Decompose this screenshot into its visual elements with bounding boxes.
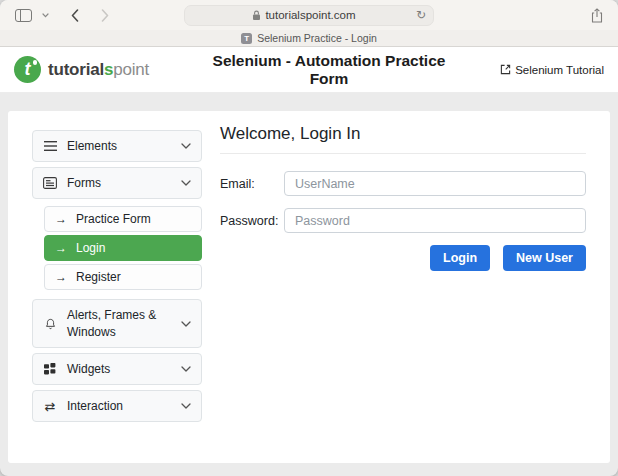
forms-icon — [43, 177, 57, 189]
active-tab[interactable]: T Selenium Practice - Login — [241, 32, 377, 44]
page-title: Selenium - Automation Practice Form — [204, 52, 454, 88]
tab-overview-chevron-button[interactable] — [39, 10, 52, 21]
browser-toolbar: tutorialspoint.com ↻ — [0, 0, 618, 30]
chevron-down-icon — [181, 180, 191, 186]
submenu-item-label: Practice Form — [76, 212, 151, 226]
sidebar: Elements Forms → Practice Form — [32, 130, 202, 463]
submenu-item-login[interactable]: → Login — [44, 235, 202, 261]
new-user-button[interactable]: New User — [503, 245, 586, 271]
sidebar-item-label: Interaction — [67, 398, 171, 414]
selenium-tutorial-link-label: Selenium Tutorial — [515, 64, 604, 76]
login-button[interactable]: Login — [430, 245, 490, 271]
welcome-heading: Welcome, Login In — [220, 124, 586, 144]
chevron-down-icon — [42, 13, 49, 18]
logo-mark-icon: t — [14, 56, 41, 83]
site-header: t tutorialspoint Selenium - Automation P… — [0, 47, 618, 93]
toolbar-right-group — [486, 5, 606, 26]
email-row: Email: — [220, 171, 586, 196]
tab-favicon: T — [241, 33, 252, 44]
reload-button[interactable]: ↻ — [416, 9, 426, 21]
url-text: tutorialspoint.com — [265, 9, 355, 21]
sidebar-toggle-button[interactable] — [12, 6, 35, 25]
toolbar-left-group — [12, 6, 132, 25]
email-label: Email: — [220, 177, 284, 191]
selenium-tutorial-link[interactable]: Selenium Tutorial — [454, 64, 604, 76]
sidebar-item-label: Alerts, Frames & Windows — [67, 307, 171, 339]
sidebar-item-label: Forms — [67, 175, 171, 191]
widgets-icon — [43, 363, 57, 375]
forward-chevron-icon — [101, 9, 109, 22]
tab-bar: T Selenium Practice - Login — [0, 30, 618, 47]
heading-divider — [220, 153, 586, 154]
external-link-icon — [500, 64, 511, 75]
arrow-right-icon: → — [55, 242, 67, 254]
sidebar-toggle-icon — [15, 9, 32, 22]
form-buttons: Login New User — [220, 245, 586, 271]
password-field[interactable] — [284, 208, 586, 233]
sidebar-item-alerts-frames-windows[interactable]: Alerts, Frames & Windows — [32, 299, 202, 347]
chevron-down-icon — [181, 366, 191, 372]
chevron-down-icon — [181, 143, 191, 149]
share-icon — [591, 8, 603, 23]
chevron-down-icon — [181, 321, 191, 327]
tutorialspoint-logo[interactable]: t tutorialspoint — [14, 56, 204, 83]
sidebar-item-label: Elements — [67, 138, 171, 154]
email-field[interactable] — [284, 171, 586, 196]
password-row: Password: — [220, 208, 586, 233]
submenu-item-practice-form[interactable]: → Practice Form — [44, 206, 202, 232]
forward-button[interactable] — [98, 6, 112, 25]
chevron-down-icon — [181, 403, 191, 409]
address-bar[interactable]: tutorialspoint.com ↻ — [184, 5, 434, 26]
arrow-right-icon: → — [55, 271, 67, 283]
sidebar-item-forms[interactable]: Forms — [32, 167, 202, 199]
sidebar-item-interaction[interactable]: ⇄ Interaction — [32, 390, 202, 422]
logo-text: tutorialspoint — [48, 60, 149, 80]
sidebar-item-elements[interactable]: Elements — [32, 130, 202, 162]
sidebar-item-label: Widgets — [67, 361, 171, 377]
password-label: Password: — [220, 214, 284, 228]
arrow-right-icon: → — [55, 213, 67, 225]
login-form-panel: Welcome, Login In Email: Password: Login… — [202, 111, 610, 463]
logo-text-accent: s — [104, 60, 113, 79]
address-bar-center: tutorialspoint.com — [192, 9, 416, 21]
elements-icon — [43, 141, 57, 151]
forms-submenu: → Practice Form → Login → Register — [44, 206, 202, 290]
tab-title: Selenium Practice - Login — [257, 32, 377, 44]
submenu-item-label: Register — [76, 270, 121, 284]
share-button[interactable] — [588, 5, 606, 26]
submenu-item-register[interactable]: → Register — [44, 264, 202, 290]
main-card: Elements Forms → Practice Form — [8, 111, 610, 463]
bell-icon — [43, 317, 57, 331]
logo-text-prefix: tutorial — [48, 60, 104, 79]
sidebar-item-widgets[interactable]: Widgets — [32, 353, 202, 385]
logo-text-suffix: point — [113, 60, 149, 79]
safari-window: tutorialspoint.com ↻ T Selenium Practice… — [0, 0, 618, 476]
lock-icon — [252, 10, 261, 21]
back-chevron-icon — [71, 9, 79, 22]
submenu-item-label: Login — [76, 241, 105, 255]
back-button[interactable] — [68, 6, 82, 25]
interaction-arrows-icon: ⇄ — [43, 400, 57, 413]
